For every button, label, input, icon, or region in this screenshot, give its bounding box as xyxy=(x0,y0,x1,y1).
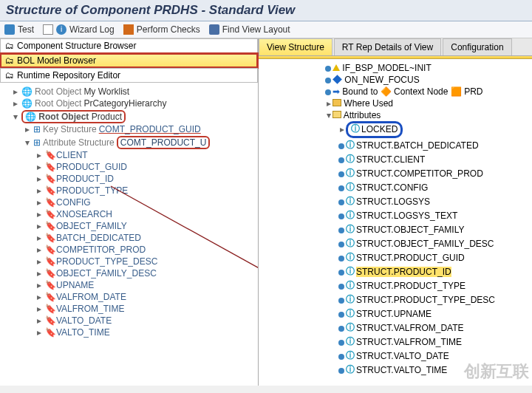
struct-item[interactable]: ⓘSTRUCT.VALTO_DATE xyxy=(338,349,532,363)
struct-item[interactable]: ⓘSTRUCT.VALFROM_TIME xyxy=(338,335,532,349)
attr-struct-value: COMT_PRODUCT_U xyxy=(117,136,211,149)
bol-model-panel[interactable]: 🗂 BOL Model Browser xyxy=(0,53,258,68)
struct-name: STRUCT.VALTO_DATE xyxy=(356,351,449,361)
attr-icon: ⓘ xyxy=(346,363,356,376)
expand-icon[interactable]: ▸ xyxy=(35,256,43,267)
expand-icon[interactable]: ▸ xyxy=(35,162,43,172)
struct-item[interactable]: ⓘSTRUCT.VALFROM_DATE xyxy=(338,321,532,335)
attr-item[interactable]: ▸🔖COMPETITOR_PROD xyxy=(35,244,258,256)
struct-item[interactable]: ⓘSTRUCT.LOGSYS xyxy=(338,195,532,209)
bullet-icon xyxy=(338,270,344,276)
struct-item[interactable]: ⓘSTRUCT.VALTO_TIME xyxy=(338,363,532,377)
bullet-icon xyxy=(325,66,331,72)
attr-item[interactable]: ▸🔖PRODUCT_TYPE_DESC xyxy=(35,256,258,267)
checks-icon xyxy=(123,24,134,35)
expand-icon[interactable]: ▸ xyxy=(35,197,43,208)
struct-item[interactable]: ⓘSTRUCT.BATCH_DEDICATED xyxy=(338,139,532,153)
wizard-log-button[interactable]: i Wizard Log xyxy=(43,24,115,35)
collapse-icon[interactable]: ▾ xyxy=(24,137,31,148)
root-object-label: Root Object xyxy=(35,98,81,109)
attr-item[interactable]: ▸🔖PRODUCT_TYPE xyxy=(35,185,258,196)
init-label: IF_BSP_MODEL~INIT xyxy=(342,63,431,73)
collapse-icon[interactable]: ▾ xyxy=(325,110,332,120)
struct-name: STRUCT.LOGSYS_TEXT xyxy=(356,211,457,221)
collapse-icon[interactable]: ▾ xyxy=(12,112,19,122)
attr-item[interactable]: ▸🔖VALTO_TIME xyxy=(35,327,258,338)
tree-root[interactable]: ▸🌐Root Object My Worklist xyxy=(12,86,258,98)
attr-item[interactable]: ▸🔖XNOSEARCH xyxy=(35,208,258,220)
expand-icon[interactable]: ▸ xyxy=(35,315,43,326)
struct-item[interactable]: ⓘSTRUCT.UPNAME xyxy=(338,307,532,321)
struct-item[interactable]: ⓘSTRUCT.PRODUCT_TYPE xyxy=(338,279,532,293)
attr-item[interactable]: ▸🔖PRODUCT_GUID xyxy=(35,161,258,173)
expand-icon[interactable]: ▸ xyxy=(24,124,31,134)
perform-checks-button[interactable]: Perform Checks xyxy=(123,24,200,35)
tree-item-focus[interactable]: ON_NEW_FOCUS xyxy=(325,74,532,86)
attr-item[interactable]: ▸🔖BATCH_DEDICATED xyxy=(35,232,258,244)
tree-item-attributes[interactable]: ▾ Attributes ▸ⓘLOCKED ⓘSTRUCT.BATCH_DEDI… xyxy=(325,109,532,378)
attr-item[interactable]: ▸🔖CONFIG xyxy=(35,196,258,208)
key-struct-value: COMT_PRODUCT_GUID xyxy=(99,124,201,134)
attr-item[interactable]: ▸🔖OBJECT_FAMILY_DESC xyxy=(35,267,258,279)
expand-icon[interactable]: ▸ xyxy=(35,174,43,184)
attr-item[interactable]: ▸🔖UPNAME xyxy=(35,279,258,291)
tab-rt-rep[interactable]: RT Rep Details of View xyxy=(334,38,441,55)
struct-name: STRUCT.CONFIG xyxy=(356,182,428,193)
runtime-repo-panel[interactable]: 🗂 Runtime Repository Editor xyxy=(0,68,258,83)
expand-icon[interactable]: ▸ xyxy=(35,280,43,290)
attr-item[interactable]: ▸🔖CLIENT xyxy=(35,149,258,161)
key-structure[interactable]: ▸⊞Key Structure COMT_PRODUCT_GUID xyxy=(24,123,258,135)
root-object-label: Root Object xyxy=(35,86,81,97)
expand-icon[interactable]: ▸ xyxy=(35,327,43,338)
tree-item-bound[interactable]: ➡ Bound to 🔶 Context Node 🟧 PRD xyxy=(325,86,532,98)
expand-icon[interactable]: ▸ xyxy=(35,245,43,255)
expand-icon[interactable]: ▸ xyxy=(35,292,43,302)
attr-locked[interactable]: ▸ⓘLOCKED xyxy=(338,120,532,139)
struct-item[interactable]: ⓘSTRUCT.PRODUCT_ID xyxy=(338,265,532,279)
struct-name: STRUCT.PRODUCT_TYPE_DESC xyxy=(356,295,495,305)
attr-item[interactable]: ▸🔖VALFROM_TIME xyxy=(35,303,258,315)
bullet-icon xyxy=(338,143,344,149)
attr-item[interactable]: ▸🔖OBJECT_FAMILY xyxy=(35,220,258,232)
struct-item[interactable]: ⓘSTRUCT.PRODUCT_TYPE_DESC xyxy=(338,293,532,307)
locked-label: LOCKED xyxy=(361,124,398,134)
tree-item-init[interactable]: IF_BSP_MODEL~INIT xyxy=(325,62,532,74)
expand-icon[interactable]: ▸ xyxy=(35,221,43,231)
expand-icon[interactable]: ▸ xyxy=(35,268,43,278)
expand-icon[interactable]: ▸ xyxy=(325,98,332,109)
struct-item[interactable]: ⓘSTRUCT.CONFIG xyxy=(338,181,532,195)
tag-icon: 🔖 xyxy=(45,233,54,243)
expand-icon[interactable]: ▸ xyxy=(12,86,19,97)
test-button[interactable]: Test xyxy=(4,24,34,35)
tree-item-where-used[interactable]: ▸ Where Used xyxy=(325,98,532,109)
attr-item[interactable]: ▸🔖PRODUCT_ID xyxy=(35,173,258,185)
struct-item[interactable]: ⓘSTRUCT.OBJECT_FAMILY_DESC xyxy=(338,237,532,251)
struct-item[interactable]: ⓘSTRUCT.CLIENT xyxy=(338,153,532,167)
folder-open-icon xyxy=(332,111,341,118)
expand-icon[interactable]: ▸ xyxy=(35,150,43,160)
attr-item[interactable]: ▸🔖VALFROM_DATE xyxy=(35,291,258,303)
struct-item[interactable]: ⓘSTRUCT.PRODUCT_GUID xyxy=(338,251,532,265)
left-tree: ▸🌐Root Object My Worklist ▸🌐Root Object … xyxy=(0,83,258,386)
tree-root[interactable]: ▸🌐Root Object PrCategoryHierarchy xyxy=(12,98,258,109)
attr-name: VALFROM_TIME xyxy=(56,304,124,314)
expand-icon[interactable]: ▸ xyxy=(12,98,19,109)
find-view-layout-button[interactable]: Find View Layout xyxy=(209,24,290,35)
bullet-icon xyxy=(338,284,344,290)
expand-icon[interactable]: ▸ xyxy=(35,233,43,243)
struct-item[interactable]: ⓘSTRUCT.LOGSYS_TEXT xyxy=(338,209,532,223)
component-structure-panel[interactable]: 🗂 Component Structure Browser xyxy=(0,38,258,53)
tab-configuration[interactable]: Configuration xyxy=(443,38,511,55)
tag-icon: 🔖 xyxy=(45,292,54,302)
tab-view-structure[interactable]: View Structure xyxy=(259,38,332,55)
expand-icon[interactable]: ▸ xyxy=(338,124,346,134)
attr-structure[interactable]: ▾⊞Attribute Structure COMT_PRODUCT_U ▸🔖C… xyxy=(24,135,258,339)
struct-item[interactable]: ⓘSTRUCT.COMPETITOR_PROD xyxy=(338,167,532,181)
expand-icon[interactable]: ▸ xyxy=(35,304,43,314)
struct-item[interactable]: ⓘSTRUCT.OBJECT_FAMILY xyxy=(338,223,532,237)
expand-icon[interactable]: ▸ xyxy=(35,185,43,196)
tree-root-product[interactable]: ▾🌐 Root Object Product ▸⊞Key Structure C… xyxy=(12,109,258,340)
attr-icon: ⊞ xyxy=(33,137,41,148)
attr-item[interactable]: ▸🔖VALTO_DATE xyxy=(35,315,258,327)
expand-icon[interactable]: ▸ xyxy=(35,209,43,219)
